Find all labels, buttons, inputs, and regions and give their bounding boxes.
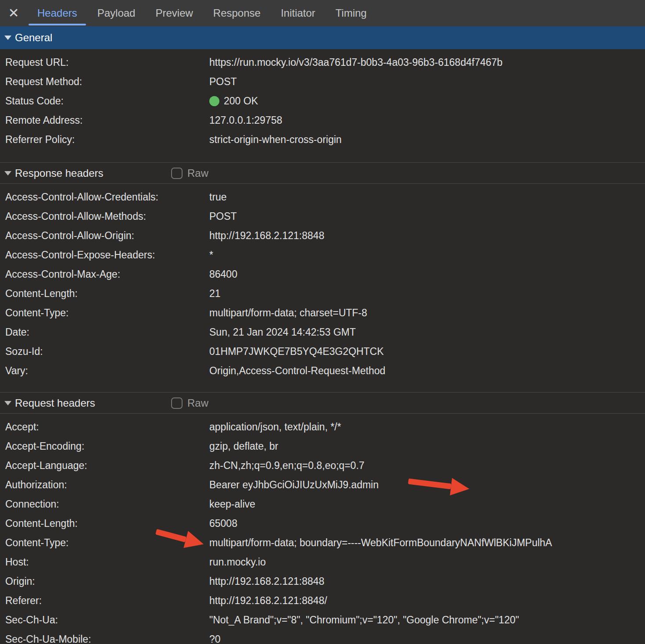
header-value: 01HMP7JWKQE7B5YQ4E3G2QHTCK bbox=[209, 346, 384, 358]
tab-label: Headers bbox=[37, 7, 77, 19]
header-value: multipart/form-data; boundary=----WebKit… bbox=[209, 537, 552, 549]
raw-toggle-response: Raw bbox=[171, 163, 208, 183]
header-name: Date: bbox=[5, 326, 209, 338]
header-row: Sec-Ch-Ua-Mobile:?0 bbox=[0, 630, 645, 644]
header-value: 86400 bbox=[209, 268, 237, 280]
close-button[interactable]: ✕ bbox=[0, 0, 27, 26]
devtools-tab-bar: ✕ Headers Payload Preview Response Initi… bbox=[0, 0, 645, 26]
header-value: 200 OK bbox=[209, 95, 258, 107]
tab-headers[interactable]: Headers bbox=[27, 0, 87, 26]
tab-label: Response bbox=[213, 7, 261, 19]
disclosure-triangle-icon[interactable] bbox=[4, 401, 11, 405]
response-headers-rows: Access-Control-Allow-Credentials:trueAcc… bbox=[0, 184, 645, 392]
header-name: Vary: bbox=[5, 365, 209, 377]
tab-response[interactable]: Response bbox=[203, 0, 271, 26]
raw-label[interactable]: Raw bbox=[187, 167, 208, 179]
header-row: Request URL:https://run.mocky.io/v3/3aa7… bbox=[0, 53, 645, 72]
header-name: Content-Type: bbox=[5, 307, 209, 319]
header-row: Status Code:200 OK bbox=[0, 91, 645, 111]
header-row: Access-Control-Allow-Credentials:true bbox=[0, 187, 645, 207]
header-row: Date:Sun, 21 Jan 2024 14:42:53 GMT bbox=[0, 322, 645, 342]
tab-initiator[interactable]: Initiator bbox=[271, 0, 326, 26]
header-value: 127.0.0.1:29758 bbox=[209, 114, 282, 126]
header-value: run.mocky.io bbox=[209, 556, 266, 568]
tab-label: Initiator bbox=[281, 7, 315, 19]
header-row: Connection:keep-alive bbox=[0, 494, 645, 514]
response-headers-section-header[interactable]: Response headers Raw bbox=[0, 162, 645, 184]
header-value: true bbox=[209, 191, 227, 203]
header-row: Host:run.mocky.io bbox=[0, 552, 645, 572]
header-name: Sozu-Id: bbox=[5, 346, 209, 358]
header-value: http://192.168.2.121:8848/ bbox=[209, 595, 327, 607]
header-row: Sec-Ch-Ua:"Not_A Brand";v="8", "Chromium… bbox=[0, 610, 645, 630]
close-icon: ✕ bbox=[8, 7, 19, 20]
header-row: Accept-Encoding:gzip, deflate, br bbox=[0, 436, 645, 456]
header-row: Referer:http://192.168.2.121:8848/ bbox=[0, 591, 645, 610]
header-name: Request Method: bbox=[5, 76, 209, 88]
header-value: http://192.168.2.121:8848 bbox=[209, 576, 324, 587]
header-value: keep-alive bbox=[209, 498, 255, 510]
request-headers-section-header[interactable]: Request headers Raw bbox=[0, 392, 645, 414]
header-name: Sec-Ch-Ua-Mobile: bbox=[5, 633, 209, 644]
disclosure-triangle-icon[interactable] bbox=[4, 36, 11, 40]
header-name: Host: bbox=[5, 556, 209, 568]
header-value: POST bbox=[209, 211, 237, 222]
disclosure-triangle-icon[interactable] bbox=[4, 171, 11, 175]
header-value: 65008 bbox=[209, 518, 237, 530]
request-headers-section-title: Request headers bbox=[15, 397, 95, 409]
header-value: application/json, text/plain, */* bbox=[209, 421, 341, 433]
header-name: Accept-Encoding: bbox=[5, 440, 209, 452]
header-name: Accept: bbox=[5, 421, 209, 433]
header-name: Access-Control-Allow-Methods: bbox=[5, 211, 209, 222]
general-section-title: General bbox=[15, 32, 52, 44]
header-value: zh-CN,zh;q=0.9,en;q=0.8,eo;q=0.7 bbox=[209, 460, 365, 472]
header-row: Origin:http://192.168.2.121:8848 bbox=[0, 572, 645, 591]
header-row: Content-Length:21 bbox=[0, 284, 645, 303]
tab-label: Preview bbox=[155, 7, 193, 19]
header-name: Access-Control-Allow-Origin: bbox=[5, 230, 209, 242]
tab-payload[interactable]: Payload bbox=[87, 0, 146, 26]
status-ok-dot-icon bbox=[209, 96, 219, 106]
header-name: Remote Address: bbox=[5, 114, 209, 126]
request-headers-rows: Accept:application/json, text/plain, */*… bbox=[0, 414, 645, 644]
header-name: Request URL: bbox=[5, 57, 209, 68]
response-headers-section-title: Response headers bbox=[15, 167, 103, 179]
header-row: Accept:application/json, text/plain, */* bbox=[0, 417, 645, 436]
header-name: Access-Control-Allow-Credentials: bbox=[5, 191, 209, 203]
header-value: POST bbox=[209, 76, 237, 88]
raw-toggle-request: Raw bbox=[171, 393, 208, 413]
header-name: Referer: bbox=[5, 595, 209, 607]
header-row: Content-Length:65008 bbox=[0, 514, 645, 533]
general-section-header[interactable]: General bbox=[0, 26, 645, 49]
header-row: Access-Control-Allow-Methods:POST bbox=[0, 207, 645, 226]
header-row: Sozu-Id:01HMP7JWKQE7B5YQ4E3G2QHTCK bbox=[0, 342, 645, 361]
header-value: strict-origin-when-cross-origin bbox=[209, 134, 342, 146]
header-name: Referrer Policy: bbox=[5, 134, 209, 146]
header-value: Bearer eyJhbGciOiJIUzUxMiJ9.admin bbox=[209, 479, 379, 491]
header-name: Sec-Ch-Ua: bbox=[5, 614, 209, 626]
header-name: Connection: bbox=[5, 498, 209, 510]
header-value: http://192.168.2.121:8848 bbox=[209, 230, 324, 242]
general-rows: Request URL:https://run.mocky.io/v3/3aa7… bbox=[0, 49, 645, 162]
raw-label[interactable]: Raw bbox=[187, 397, 208, 409]
raw-checkbox-response[interactable] bbox=[171, 168, 183, 179]
header-row: Accept-Language:zh-CN,zh;q=0.9,en;q=0.8,… bbox=[0, 456, 645, 475]
header-value: https://run.mocky.io/v3/3aa761d7-b0b3-4a… bbox=[209, 57, 502, 68]
header-row: Referrer Policy:strict-origin-when-cross… bbox=[0, 130, 645, 149]
header-value: Origin,Access-Control-Request-Method bbox=[209, 365, 385, 377]
header-value: * bbox=[209, 249, 213, 261]
header-value: Sun, 21 Jan 2024 14:42:53 GMT bbox=[209, 326, 356, 338]
header-value: gzip, deflate, br bbox=[209, 440, 278, 452]
header-name: Status Code: bbox=[5, 95, 209, 107]
header-value: "Not_A Brand";v="8", "Chromium";v="120",… bbox=[209, 614, 519, 626]
header-name: Content-Type: bbox=[5, 537, 209, 549]
header-row: Request Method:POST bbox=[0, 72, 645, 91]
header-name: Content-Length: bbox=[5, 288, 209, 300]
tab-label: Timing bbox=[336, 7, 367, 19]
header-value: 21 bbox=[209, 288, 221, 300]
raw-checkbox-request[interactable] bbox=[171, 397, 183, 409]
tab-timing[interactable]: Timing bbox=[326, 0, 377, 26]
header-name: Access-Control-Expose-Headers: bbox=[5, 249, 209, 261]
header-name: Content-Length: bbox=[5, 518, 209, 530]
tab-preview[interactable]: Preview bbox=[145, 0, 203, 26]
